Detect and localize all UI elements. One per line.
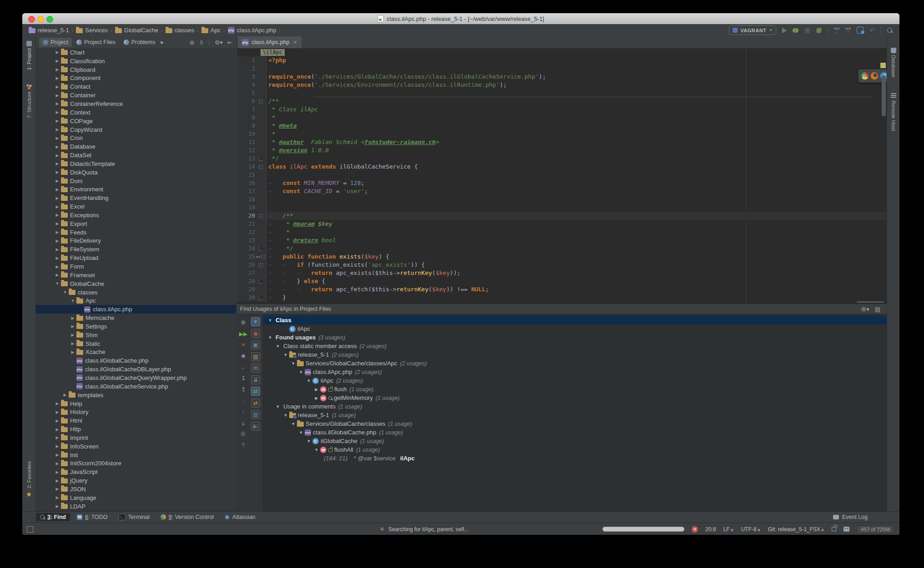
tree-item[interactable]: ▶ContainerReference — [35, 100, 236, 108]
code-line[interactable]: 6−/** — [237, 97, 887, 105]
group-by-method-toggle-icon[interactable]: m — [251, 364, 260, 373]
tree-expand-arrow-icon[interactable]: ▶ — [54, 196, 61, 200]
editor-breadcrumb-chip[interactable]: \ilApc — [261, 49, 285, 56]
preview-usages-toggle-icon[interactable]: ▥ — [251, 410, 260, 419]
vcs-branch-select[interactable]: Git: release_5-1_FSX — [768, 526, 824, 533]
usage-collapse-arrow-icon[interactable]: ▼ — [290, 361, 297, 366]
tree-expand-arrow-icon[interactable]: ▶ — [54, 221, 61, 226]
tree-expand-arrow-icon[interactable]: ▶ — [54, 136, 61, 140]
tool-window-switcher-icon[interactable] — [27, 526, 33, 533]
tree-expand-arrow-icon[interactable]: ▶ — [54, 427, 61, 432]
fold-collapse-icon[interactable]: − — [259, 263, 263, 267]
usage-row[interactable]: ▶mgetMinMemory(1 usage) — [263, 394, 887, 402]
tree-item[interactable]: ▶Classification — [35, 57, 236, 65]
tree-expand-arrow-icon[interactable]: ▶ — [54, 93, 61, 98]
code-line[interactable]: 25o↑−→ public function exists($key) { — [237, 253, 887, 261]
hide-panel-icon[interactable]: ⇤ — [227, 39, 232, 46]
usage-row[interactable]: CilApc — [263, 324, 887, 333]
usage-row[interactable]: ▼release_5-1(2 usages) — [263, 350, 887, 359]
code-line[interactable]: 23→ * @return bool — [237, 236, 887, 244]
usage-collapse-arrow-icon[interactable]: ▼ — [305, 439, 312, 443]
tree-item[interactable]: ▶Contact — [35, 82, 236, 91]
fold-end-icon[interactable] — [259, 247, 263, 251]
tree-expand-arrow-icon[interactable]: ▶ — [54, 213, 61, 217]
usage-row[interactable]: ▼release_5-1(1 usage) — [263, 411, 887, 419]
tree-item[interactable]: ▶Dom — [35, 177, 236, 185]
tree-item[interactable]: ▶Context — [35, 108, 236, 117]
vcs-update-button[interactable]: VCS↓ — [834, 27, 839, 34]
bottom-tab-todo[interactable]: 6: TODO — [73, 513, 112, 521]
code-line[interactable]: 10 * — [237, 130, 887, 138]
tree-expand-arrow-icon[interactable]: ▶ — [69, 341, 76, 346]
usage-collapse-arrow-icon[interactable]: ▼ — [274, 404, 281, 409]
usage-collapse-arrow-icon[interactable]: ▼ — [282, 413, 289, 418]
vcs-commit-button[interactable]: VCS↑ — [845, 27, 851, 34]
usage-collapse-arrow-icon[interactable]: ▼ — [297, 370, 305, 374]
up-icon[interactable]: ↑ — [238, 395, 248, 407]
stripe-button-project[interactable]: 1: Project — [22, 41, 35, 70]
tree-expand-arrow-icon[interactable]: ▶ — [54, 144, 61, 149]
group-by-directory-toggle-icon[interactable]: ▤ — [251, 352, 260, 361]
code-line[interactable]: 18 — [237, 195, 887, 204]
line-separator-select[interactable]: LF — [723, 526, 734, 533]
code-line[interactable]: 19 — [237, 204, 887, 212]
tree-item[interactable]: phpclass.ilGlobalCacheService.php — [35, 382, 236, 391]
tree-expand-arrow-icon[interactable]: ▶ — [54, 239, 61, 243]
tree-item[interactable]: ▶Html — [35, 416, 236, 425]
filter-toggle-icon[interactable]: ▼ — [251, 317, 260, 326]
autoscroll-from-source-toggle-icon[interactable]: ⇄ — [251, 399, 260, 408]
close-icon[interactable]: ✕ — [293, 40, 297, 45]
tree-expand-arrow-icon[interactable]: ▶ — [54, 256, 61, 260]
usage-collapse-arrow-icon[interactable]: ▼ — [266, 335, 274, 340]
code-line[interactable]: 11 * @author Fabian Schmid <fs@studer-ra… — [237, 138, 887, 146]
bottom-tab-atlassian[interactable]: ✱Atlassian — [221, 513, 260, 522]
code-line[interactable]: 14−class ilApc extends ilGlobalCacheServ… — [237, 163, 887, 171]
tree-item[interactable]: ▶CopyWizard — [35, 125, 236, 134]
code-line[interactable]: 1<?php — [237, 56, 887, 65]
tree-expand-arrow-icon[interactable]: ▶ — [54, 85, 61, 89]
fold-collapse-icon[interactable]: − — [261, 255, 265, 259]
tool-tab-problems[interactable]: Problems — [120, 38, 159, 47]
flatten-toggle-icon[interactable]: ⇊ — [251, 375, 260, 384]
tree-item[interactable]: phpclass.ilGlobalCacheQueryWrapper.php — [35, 374, 236, 382]
tree-item[interactable]: ▶Settings — [35, 322, 236, 331]
usage-collapse-arrow-icon[interactable]: ▼ — [274, 344, 281, 349]
code-line[interactable]: 4require_once('./Services/Environment/cl… — [237, 81, 887, 89]
tree-expand-arrow-icon[interactable]: ▶ — [54, 170, 61, 174]
tree-item[interactable]: ▶Component — [35, 74, 236, 83]
tree-item[interactable]: ▶Http — [35, 425, 236, 433]
tree-expand-arrow-icon[interactable]: ▶ — [54, 110, 61, 115]
collapse-all-icon[interactable]: ↥ — [238, 384, 248, 395]
usage-collapse-arrow-icon[interactable]: ▼ — [266, 318, 274, 323]
tree-expand-arrow-icon[interactable]: ▶ — [54, 419, 61, 423]
bottom-tab-terminal[interactable]: ›_Terminal — [115, 513, 154, 521]
tree-item[interactable]: phpclass.ilGlobalCacheDBLayer.php — [35, 365, 236, 374]
breadcrumb-item[interactable]: GlobalCache — [115, 27, 158, 34]
tree-expand-arrow-icon[interactable]: ▶ — [54, 179, 61, 183]
breadcrumb-item[interactable]: Services — [76, 27, 108, 34]
tree-expand-arrow-icon[interactable]: ▶ — [54, 101, 61, 106]
tree-expand-arrow-icon[interactable]: ▶ — [54, 59, 61, 63]
usage-collapse-arrow-icon[interactable]: ▼ — [282, 353, 289, 357]
usage-collapse-arrow-icon[interactable]: ▼ — [297, 430, 305, 435]
code-line[interactable]: 21→ * @param $key — [237, 220, 887, 228]
stripe-button-structure[interactable]: 7: Structure — [22, 84, 35, 118]
breadcrumb-item[interactable]: Apc — [201, 27, 221, 34]
tree-item[interactable]: ▶EventHandling — [35, 194, 236, 202]
tree-item[interactable]: ▶Frameset — [35, 271, 236, 279]
breadcrumb-item[interactable]: phpclass.ilApc.php — [228, 27, 276, 34]
code-line[interactable]: 8 * — [237, 114, 887, 122]
usage-collapse-arrow-icon[interactable]: ▼ — [305, 379, 312, 383]
tree-expand-arrow-icon[interactable]: ▶ — [61, 393, 69, 397]
tree-collapse-arrow-icon[interactable]: ▼ — [61, 290, 69, 294]
tree-expand-arrow-icon[interactable]: ▶ — [54, 401, 61, 406]
sort-alphabetically-toggle-icon[interactable]: a↓ — [251, 422, 260, 431]
usage-row[interactable]: ▼Services/GlobalCache/classes(1 usage) — [263, 419, 887, 428]
usage-row[interactable]: (184: 21)* @var $serviceilApc — [263, 454, 887, 463]
usage-expand-arrow-icon[interactable]: ▶ — [313, 396, 320, 400]
tree-expand-arrow-icon[interactable]: ▶ — [54, 410, 61, 414]
tree-item[interactable]: ▶Xcache — [35, 348, 236, 357]
tree-item[interactable]: ▶Excel — [35, 202, 236, 211]
tree-item[interactable]: ▶FileDelivery — [35, 237, 236, 245]
tree-collapse-arrow-icon[interactable]: ▼ — [54, 281, 61, 286]
